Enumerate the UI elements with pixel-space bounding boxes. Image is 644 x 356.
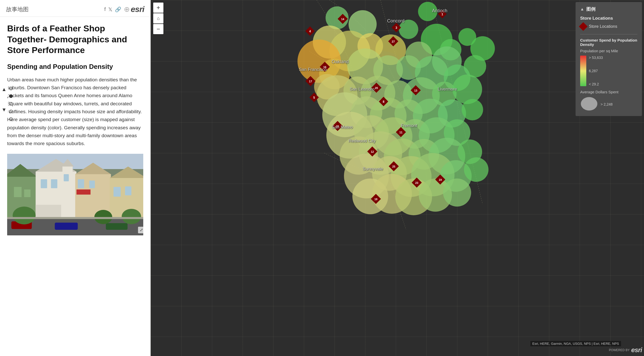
nav-dot-5[interactable] (9, 117, 13, 121)
facebook-icon[interactable]: f (104, 6, 106, 12)
map-svg: 1 3 4 14 27 (151, 0, 644, 356)
svg-text:27: 27 (392, 40, 395, 43)
svg-text:8: 8 (383, 100, 385, 104)
legend-avg-row: Average Dollars Spent > 2,248 (580, 90, 637, 112)
svg-point-29 (122, 209, 141, 224)
body-text: Urban areas have much higher population … (7, 76, 143, 148)
nav-dot-1[interactable] (9, 87, 13, 90)
svg-rect-30 (7, 217, 143, 219)
svg-text:12: 12 (371, 150, 374, 153)
legend-title: 图例 (586, 6, 595, 12)
svg-rect-26 (125, 186, 132, 195)
story-map-label: 故事地图 (6, 6, 29, 13)
svg-text:23: 23 (415, 181, 418, 184)
legend-store-section-title: Store Locations (580, 16, 637, 21)
svg-point-129 (581, 97, 597, 110)
svg-text:18: 18 (374, 198, 377, 201)
attribution-text: Esri, HERE, Garmin, NGA, USGS, NPS | Esr… (532, 342, 619, 346)
svg-text:19: 19 (439, 178, 442, 181)
legend-density-row: > 53,633 6,287 < 29.2 (580, 56, 637, 86)
twitter-icon[interactable]: 𝕏 (108, 6, 112, 12)
nav-dots (9, 87, 13, 121)
svg-rect-16 (64, 174, 69, 181)
svg-rect-20 (77, 189, 91, 195)
svg-rect-9 (24, 189, 31, 197)
svg-text:20: 20 (375, 86, 378, 90)
svg-rect-22 (89, 181, 95, 188)
legend-toggle-icon[interactable]: ▲ (580, 7, 584, 11)
svg-point-27 (13, 207, 36, 224)
svg-point-87 (464, 157, 488, 182)
city-label-sf: San Francisco (299, 67, 327, 72)
legend-avg-value: > 2,248 (601, 102, 613, 106)
nav-dot-3[interactable] (9, 102, 13, 106)
panel-header: 故事地图 f 𝕏 🔗 ⊕ esri (0, 0, 150, 17)
esri-logo: ⊕ esri (124, 5, 144, 14)
svg-text:5: 5 (313, 96, 315, 99)
city-label-livermore: Livermore (438, 87, 457, 92)
legend-store-diamond (579, 22, 588, 31)
legend-population-label: Population per sq Mile (580, 49, 637, 53)
legend-panel: ▲ 图例 Store Locations Store Locations Cus… (576, 2, 642, 116)
nav-arrow-up[interactable]: ▲ (0, 82, 8, 97)
svg-text:17: 17 (309, 80, 312, 83)
city-label-antioch: Antioch (432, 8, 447, 13)
victorian-houses-image: ⤢ (7, 154, 143, 235)
esri-badge: POWERED BY esri (609, 346, 642, 354)
svg-rect-15 (51, 179, 57, 188)
city-label-redwood: Redwood City (349, 138, 376, 143)
svg-text:4: 4 (309, 30, 311, 33)
zoom-out-button[interactable]: − (153, 24, 163, 34)
panel-content: Birds of a Feather Shop Together- Demogr… (0, 17, 150, 246)
link-icon[interactable]: 🔗 (115, 6, 121, 12)
svg-rect-17 (36, 205, 61, 219)
city-label-oakland: Oakland (331, 59, 349, 64)
svg-text:14: 14 (341, 18, 344, 21)
svg-rect-12 (63, 167, 73, 197)
gradient-label-mid: 6,287 (589, 69, 603, 73)
photo-container: ⤢ (7, 154, 143, 235)
esri-brand-text: esri (631, 346, 642, 354)
svg-point-69 (462, 99, 483, 120)
legend-avg-dollars-label: Average Dollars Spent (580, 90, 637, 94)
legend-avg-circle (580, 97, 598, 112)
svg-text:11: 11 (399, 131, 402, 134)
zoom-in-button[interactable]: + (153, 3, 163, 13)
powered-by-text: POWERED BY (609, 348, 629, 352)
city-label-san-leandro: San Leandro (350, 87, 374, 92)
home-button[interactable]: ⌂ (153, 13, 163, 23)
svg-text:25: 25 (392, 165, 395, 168)
map-controls: + ⌂ − (153, 3, 163, 34)
legend-store-row: Store Locations (580, 23, 637, 30)
nav-arrow-down[interactable]: ▼ (0, 102, 8, 117)
legend-spend-title: Customer Spend by Population Density (580, 38, 637, 47)
left-panel: 故事地图 f 𝕏 🔗 ⊕ esri Birds of a Feather Sho… (0, 0, 151, 356)
svg-text:⤢: ⤢ (140, 228, 143, 232)
svg-point-92 (443, 179, 471, 207)
nav-dot-4[interactable] (9, 110, 13, 113)
gradient-label-low: < 29.2 (589, 82, 603, 86)
header-icons: f 𝕏 🔗 ⊕ esri (104, 5, 145, 14)
svg-rect-21 (78, 179, 84, 188)
main-title: Birds of a Feather Shop Together- Demogr… (7, 23, 143, 56)
svg-rect-5 (106, 223, 128, 230)
svg-text:13: 13 (414, 89, 417, 92)
nav-dot-2[interactable] (9, 94, 13, 98)
svg-rect-14 (41, 179, 47, 188)
city-label-fremont: Fremont (401, 123, 417, 128)
section-title: Spending and Population Density (7, 63, 143, 71)
legend-store-label: Store Locations (589, 24, 617, 29)
city-label-concord: Concord (387, 18, 404, 23)
city-label-san-mateo: San Mateo (332, 125, 353, 130)
gradient-label-high: > 53,633 (589, 56, 603, 60)
svg-rect-25 (114, 187, 121, 197)
gradient-labels: > 53,633 6,287 < 29.2 (589, 56, 603, 86)
svg-rect-4 (55, 223, 78, 230)
svg-text:3: 3 (396, 26, 397, 30)
city-label-sunnyvale: Sunnyvale (363, 167, 383, 171)
color-gradient-bar (580, 56, 586, 86)
map-panel[interactable]: 1 3 4 14 27 (151, 0, 644, 356)
legend-header[interactable]: ▲ 图例 (580, 6, 637, 12)
map-attribution: Esri, HERE, Garmin, NGA, USGS, NPS | Esr… (530, 341, 621, 346)
svg-rect-8 (14, 187, 22, 197)
